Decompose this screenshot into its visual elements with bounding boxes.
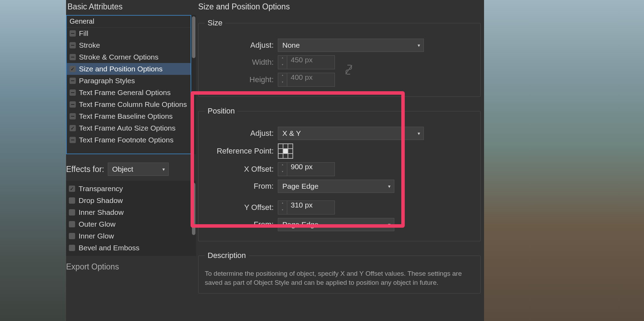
x-from-select[interactable]: Page Edge ▾ xyxy=(278,180,394,193)
fx-item-label: Transparency xyxy=(79,185,123,193)
y-from-select[interactable]: Page Edge ▾ xyxy=(278,218,394,231)
chevron-up-icon[interactable]: ˄ xyxy=(278,201,287,208)
checkbox-on-icon[interactable] xyxy=(70,66,76,72)
fx-item-transparency[interactable]: Transparency xyxy=(66,183,191,195)
sidebar-item-fill[interactable]: Fill xyxy=(67,28,191,39)
ref-point-bl[interactable] xyxy=(278,154,283,158)
fx-item-drop-shadow[interactable]: Drop Shadow xyxy=(66,195,191,206)
fx-item-bevel-emboss[interactable]: Bevel and Emboss xyxy=(66,242,191,254)
width-input: 450 px xyxy=(287,55,335,69)
stepper-buttons[interactable]: ˄˅ xyxy=(278,201,287,214)
checkbox-mixed-icon[interactable] xyxy=(70,101,76,108)
chevron-up-icon: ˄ xyxy=(278,56,287,62)
x-from-value: Page Edge xyxy=(282,182,319,190)
checkbox-on-icon[interactable] xyxy=(69,186,75,192)
chevron-down-icon: ▾ xyxy=(418,131,420,136)
checkbox-off-icon[interactable] xyxy=(69,197,75,204)
position-adjust-label: Adjust: xyxy=(205,129,278,138)
sidebar-item-label: Paragraph Styles xyxy=(79,77,135,85)
x-offset-label: X Offset: xyxy=(205,165,278,174)
reference-point-picker[interactable] xyxy=(278,143,293,159)
chevron-down-icon[interactable]: ˅ xyxy=(278,169,287,176)
effects-scrollbar[interactable] xyxy=(191,181,196,256)
y-from-label: From: xyxy=(205,220,278,229)
sidebar-item-tf-baseline[interactable]: Text Frame Baseline Options xyxy=(67,110,191,122)
sidebar-item-tf-footnote[interactable]: Text Frame Footnote Options xyxy=(67,134,191,146)
sidebar-item-label: Stroke xyxy=(79,41,100,49)
position-adjust-value: X & Y xyxy=(282,129,301,138)
ref-point-tc[interactable] xyxy=(283,144,288,149)
sidebar-item-label: Text Frame General Options xyxy=(79,88,171,97)
sidebar-item-tf-column-rule[interactable]: Text Frame Column Rule Options xyxy=(67,99,191,110)
scrollbar-thumb[interactable] xyxy=(192,183,195,235)
checkbox-mixed-icon[interactable] xyxy=(70,42,76,48)
sidebar-item-stroke[interactable]: Stroke xyxy=(67,39,191,51)
scrollbar-thumb[interactable] xyxy=(192,16,195,58)
size-adjust-value: None xyxy=(282,41,300,49)
sidebar-item-general[interactable]: General xyxy=(67,16,191,28)
checkbox-mixed-icon[interactable] xyxy=(70,78,76,84)
sidebar-item-label: Text Frame Footnote Options xyxy=(79,136,174,144)
ref-point-mr[interactable] xyxy=(288,149,293,154)
fx-item-inner-glow[interactable]: Inner Glow xyxy=(66,230,191,242)
desktop-background-right xyxy=(484,0,644,321)
sidebar-item-label: Text Frame Column Rule Options xyxy=(79,100,187,109)
sidebar-item-paragraph-styles[interactable]: Paragraph Styles xyxy=(67,75,191,87)
checkbox-off-icon[interactable] xyxy=(69,233,75,239)
basic-attributes-list[interactable]: General Fill Stroke Stroke & Corner Opti… xyxy=(66,15,191,154)
sidebar-item-label: Size and Position Options xyxy=(79,65,162,73)
svg-line-0 xyxy=(346,65,352,74)
stepper-buttons: ˄˅ xyxy=(278,73,287,87)
chevron-down-icon: ˅ xyxy=(278,62,287,69)
x-offset-input[interactable]: 900 px xyxy=(287,162,335,176)
fx-item-inner-shadow[interactable]: Inner Shadow xyxy=(66,206,191,218)
chevron-up-icon[interactable]: ˄ xyxy=(278,163,287,169)
desktop-background-left xyxy=(0,0,66,321)
sidebar-item-label: Text Frame Auto Size Options xyxy=(79,124,176,132)
position-adjust-select[interactable]: X & Y ▾ xyxy=(278,127,424,140)
sidebar-item-tf-general[interactable]: Text Frame General Options xyxy=(67,87,191,99)
reference-point-label: Reference Point: xyxy=(205,147,278,156)
effects-list[interactable]: Transparency Drop Shadow Inner Shadow Ou… xyxy=(66,181,191,256)
size-group: Size Adjust: None ▾ Width: ˄˅ 450 px xyxy=(198,18,481,97)
size-adjust-select[interactable]: None ▾ xyxy=(278,39,424,52)
ref-point-center[interactable] xyxy=(283,149,288,154)
sidebar-item-stroke-corner[interactable]: Stroke & Corner Options xyxy=(67,51,191,63)
ref-point-ml[interactable] xyxy=(278,149,283,154)
checkbox-on-icon[interactable] xyxy=(70,125,76,131)
checkbox-off-icon[interactable] xyxy=(69,221,75,227)
description-legend: Description xyxy=(205,251,249,260)
y-offset-input[interactable]: 310 px xyxy=(287,201,335,214)
chevron-down-icon: ▾ xyxy=(162,166,165,172)
ref-point-bc[interactable] xyxy=(283,154,288,158)
ref-point-tr[interactable] xyxy=(288,144,293,149)
description-group: Description To determine the positioning… xyxy=(198,251,481,293)
stepper-buttons[interactable]: ˄˅ xyxy=(278,162,287,176)
x-from-label: From: xyxy=(205,182,278,191)
ref-point-tl[interactable] xyxy=(278,144,283,149)
sidebar-item-size-position[interactable]: Size and Position Options xyxy=(67,63,191,75)
x-offset-stepper[interactable]: ˄˅ 900 px xyxy=(278,162,335,176)
attributes-scrollbar[interactable] xyxy=(191,15,196,154)
width-stepper: ˄˅ 450 px xyxy=(278,55,335,69)
chevron-down-icon: ▾ xyxy=(388,222,391,227)
ref-point-br[interactable] xyxy=(288,154,293,158)
y-offset-stepper[interactable]: ˄˅ 310 px xyxy=(278,201,335,214)
checkbox-mixed-icon[interactable] xyxy=(70,137,76,143)
sidebar-item-label: Stroke & Corner Options xyxy=(79,53,159,61)
chevron-down-icon[interactable]: ˅ xyxy=(278,208,287,214)
fx-item-label: Inner Shadow xyxy=(79,208,124,217)
checkbox-mixed-icon[interactable] xyxy=(70,113,76,119)
checkbox-off-icon[interactable] xyxy=(69,209,75,216)
y-from-value: Page Edge xyxy=(282,220,319,229)
sidebar-item-tf-autosize[interactable]: Text Frame Auto Size Options xyxy=(67,122,191,134)
checkbox-mixed-icon[interactable] xyxy=(70,54,76,60)
panel-title: Size and Position Options xyxy=(198,0,484,18)
checkbox-mixed-icon[interactable] xyxy=(70,30,76,37)
checkbox-off-icon[interactable] xyxy=(69,245,75,251)
fx-item-outer-glow[interactable]: Outer Glow xyxy=(66,218,191,230)
export-options-title: Export Options xyxy=(66,256,191,272)
effects-for-select[interactable]: Object ▾ xyxy=(108,163,169,176)
checkbox-mixed-icon[interactable] xyxy=(70,89,76,96)
position-legend: Position xyxy=(205,107,238,116)
